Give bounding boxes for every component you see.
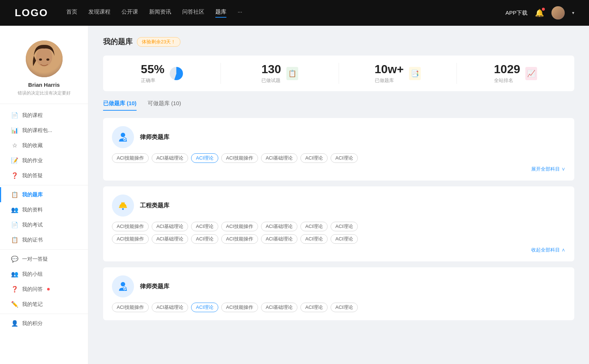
svg-point-5: [121, 133, 125, 137]
nav-qa[interactable]: 问答社区: [182, 8, 204, 18]
tag-1-2[interactable]: ACI基础理论: [152, 153, 188, 163]
tag-1-3[interactable]: ACI理论: [191, 153, 218, 163]
stat-done-number: 130: [261, 63, 281, 76]
user-dropdown-arrow[interactable]: ▾: [572, 10, 574, 15]
stat-accuracy: 55% 正确率: [103, 63, 221, 84]
app-download-link[interactable]: APP下载: [505, 10, 528, 17]
tag-2-13[interactable]: ACI理论: [300, 234, 328, 244]
sidebar-divider-1: [0, 185, 88, 185]
sidebar-item-materials[interactable]: 👥 我的资料: [0, 202, 88, 217]
sidebar-item-tutoring[interactable]: 💬 一对一答疑: [0, 251, 88, 267]
exam-icon: 📄: [11, 221, 18, 228]
tag-3-7[interactable]: ACI理论: [331, 303, 358, 312]
questions-icon: ❓: [11, 286, 18, 293]
accuracy-icon: [170, 67, 183, 80]
sidebar-item-points[interactable]: 👤 我的积分: [0, 316, 88, 331]
sidebar-label-tutoring: 一对一答疑: [22, 256, 48, 263]
sidebar-item-my-course[interactable]: 📄 我的课程: [0, 108, 88, 123]
svg-point-10: [122, 208, 124, 210]
tag-2-3[interactable]: ACI理论: [191, 222, 218, 231]
nav-home[interactable]: 首页: [66, 8, 77, 18]
tag-2-14[interactable]: ACI理论: [331, 234, 358, 244]
qbank-card-3: 律师类题库 ACI技能操作 ACI基础理论 ACI理论 ACI技能操作 ACI基…: [103, 267, 574, 320]
qbank-icon-1: [112, 126, 134, 148]
tag-2-9[interactable]: ACI基础理论: [152, 234, 188, 244]
tag-2-12[interactable]: ACI基础理论: [261, 234, 298, 244]
sidebar-item-group[interactable]: 👥 我的小组: [0, 267, 88, 282]
rank-icon: 📈: [525, 67, 537, 80]
sidebar-label-my-course: 我的课程: [22, 112, 43, 119]
sidebar-label-favorites: 我的收藏: [22, 142, 43, 149]
sidebar-label-qbank: 我的题库: [22, 192, 43, 198]
notification-bell[interactable]: 🔔: [535, 8, 544, 17]
sidebar-label-certificate: 我的证书: [22, 237, 43, 243]
nav-news[interactable]: 新闻资讯: [149, 8, 171, 18]
trial-badge: 体验剩余23天！: [137, 37, 180, 47]
tag-2-2[interactable]: ACI基础理论: [152, 222, 188, 231]
done-banks-icon: 📑: [409, 67, 421, 80]
tag-2-10[interactable]: ACI理论: [191, 234, 218, 244]
tag-1-6[interactable]: ACI理论: [300, 153, 328, 163]
nav-open-course[interactable]: 公开课: [121, 8, 138, 18]
qbank-tags-2-row2: ACI技能操作 ACI基础理论 ACI理论 ACI技能操作 ACI基础理论 AC…: [112, 234, 565, 244]
tutoring-icon: 💬: [11, 256, 18, 263]
sidebar-item-notes[interactable]: ✏️ 我的笔记: [0, 297, 88, 312]
tag-1-7[interactable]: ACI理论: [331, 153, 358, 163]
tag-3-4[interactable]: ACI技能操作: [221, 303, 258, 312]
tag-2-6[interactable]: ACI理论: [300, 222, 328, 231]
nav-more[interactable]: ···: [237, 8, 242, 18]
sidebar-item-questions[interactable]: ❓ 我的问答: [0, 282, 88, 297]
tag-2-5[interactable]: ACI基础理论: [261, 222, 298, 231]
tab-done-banks[interactable]: 已做题库 (10): [103, 100, 137, 111]
nav-links: 首页 发现课程 公开课 新闻资讯 问答社区 题库 ···: [66, 8, 505, 18]
sidebar-item-my-qa[interactable]: ❓ 我的答疑: [0, 168, 88, 183]
tag-3-5[interactable]: ACI基础理论: [261, 303, 298, 312]
sidebar-item-qbank[interactable]: 📋 我的题库: [0, 187, 88, 202]
done-questions-icon: 📋: [286, 67, 298, 80]
sidebar-item-course-package[interactable]: 📊 我的课程包...: [0, 123, 88, 138]
materials-icon: 👥: [11, 206, 18, 213]
nav-qbank[interactable]: 题库: [215, 8, 226, 18]
sidebar-item-certificate[interactable]: 📋 我的证书: [0, 232, 88, 247]
sidebar-label-my-qa: 我的答疑: [22, 172, 43, 179]
tag-2-1[interactable]: ACI技能操作: [112, 222, 149, 231]
bell-dot: [542, 8, 545, 11]
sidebar-item-exam[interactable]: 📄 我的考试: [0, 217, 88, 232]
my-course-icon: 📄: [11, 112, 18, 119]
page-wrap: Brian Harris 错误的决定比没有决定要好 📄 我的课程 📊 我的课程包…: [0, 26, 589, 364]
navbar: LOGO 首页 发现课程 公开课 新闻资讯 问答社区 题库 ··· APP下载 …: [0, 0, 589, 26]
sidebar: Brian Harris 错误的决定比没有决定要好 📄 我的课程 📊 我的课程包…: [0, 26, 88, 364]
qbank-icon-2: [112, 195, 134, 217]
tag-3-1[interactable]: ACI技能操作: [112, 303, 149, 312]
sidebar-divider-2: [0, 249, 88, 250]
tag-2-4[interactable]: ACI技能操作: [221, 222, 258, 231]
qbank-icon: 📋: [11, 191, 18, 198]
tab-available-banks[interactable]: 可做题库 (10): [148, 100, 181, 111]
nav-discover[interactable]: 发现课程: [88, 8, 110, 18]
tag-3-2[interactable]: ACI基础理论: [152, 303, 188, 312]
sidebar-divider-3: [0, 314, 88, 314]
tag-2-8[interactable]: ACI技能操作: [112, 234, 149, 244]
tag-2-7[interactable]: ACI理论: [331, 222, 358, 231]
logo[interactable]: LOGO: [15, 7, 48, 19]
page-header: 我的题库 体验剩余23天！: [103, 37, 574, 47]
sidebar-label-notes: 我的笔记: [22, 301, 43, 308]
user-avatar[interactable]: [551, 6, 565, 19]
avatar-face: [26, 40, 63, 77]
tag-3-6[interactable]: ACI理论: [300, 303, 328, 312]
certificate-icon: 📋: [11, 236, 18, 243]
tag-2-11[interactable]: ACI技能操作: [221, 234, 258, 244]
tag-1-1[interactable]: ACI技能操作: [112, 153, 149, 163]
collapse-link-2[interactable]: 收起全部科目 ∧: [112, 247, 565, 253]
sidebar-item-homework[interactable]: 📝 我的作业: [0, 153, 88, 168]
qbank-card-2: 工程类题库 ACI技能操作 ACI基础理论 ACI理论 ACI技能操作 ACI基…: [103, 186, 574, 261]
tag-1-5[interactable]: ACI基础理论: [261, 153, 298, 163]
sidebar-label-exam: 我的考试: [22, 222, 43, 228]
sidebar-item-favorites[interactable]: ☆ 我的收藏: [0, 138, 88, 153]
tag-1-4[interactable]: ACI技能操作: [221, 153, 258, 163]
page-title: 我的题库: [103, 37, 133, 47]
expand-link-1[interactable]: 展开全部科目 ∨: [112, 166, 565, 172]
tag-3-3[interactable]: ACI理论: [191, 303, 218, 312]
svg-rect-8: [119, 207, 127, 208]
sidebar-profile: Brian Harris 错误的决定比没有决定要好: [0, 37, 88, 104]
